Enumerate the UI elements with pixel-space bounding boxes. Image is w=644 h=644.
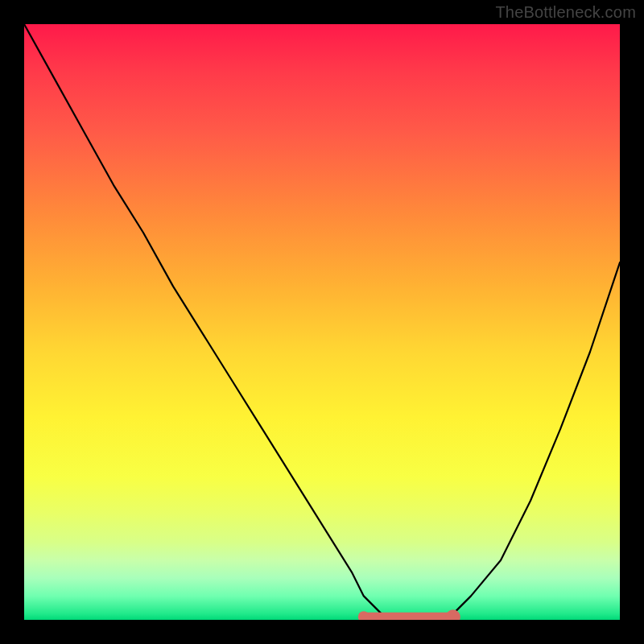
valley-dot-icon [446, 609, 460, 620]
chart-svg [24, 24, 620, 620]
plot-area [24, 24, 620, 620]
watermark-text: TheBottleneck.com [495, 3, 636, 22]
bottleneck-curve [24, 24, 620, 620]
chart-container: TheBottleneck.com [0, 0, 644, 644]
